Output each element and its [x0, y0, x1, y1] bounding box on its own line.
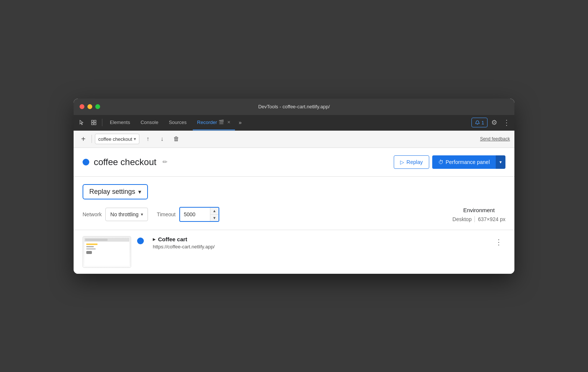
svg-rect-9	[86, 246, 94, 247]
timeout-input-wrapper: ▲ ▼	[179, 207, 219, 222]
export-button[interactable]: ↑	[142, 133, 154, 145]
nav-divider	[102, 119, 102, 126]
performance-panel-dropdown-button[interactable]: ▾	[496, 155, 505, 169]
svg-rect-0	[92, 120, 93, 122]
environment-label: Environment	[452, 207, 505, 213]
window-controls	[80, 104, 100, 109]
toolbar-divider	[92, 135, 92, 143]
step-thumbnail	[83, 236, 131, 268]
recording-status-dot	[83, 159, 89, 165]
tab-console[interactable]: Console	[136, 115, 163, 130]
svg-rect-2	[92, 123, 93, 125]
svg-rect-8	[86, 244, 98, 245]
timeout-field: Timeout ▲ ▼	[157, 207, 219, 222]
network-value: No throttling	[110, 211, 138, 217]
dropdown-icon: ▾	[499, 159, 502, 165]
replay-button[interactable]: ▷ Replay	[394, 155, 429, 169]
environment-details: Desktop 637×924 px	[452, 216, 505, 222]
step-name: Coffee cart	[158, 236, 187, 242]
timeout-spinners: ▲ ▼	[210, 208, 219, 221]
replay-icon: ▷	[400, 159, 404, 165]
tab-close-icon[interactable]: ✕	[227, 120, 230, 125]
settings-row: Network No throttling ▾ Timeout ▲ ▼	[83, 207, 505, 222]
network-field: Network No throttling ▾	[83, 208, 148, 221]
header-actions: ▷ Replay ⏱ Performance panel ▾	[394, 155, 505, 169]
steps-section: ▶ Coffee cart https://coffee-cart.netlif…	[74, 230, 514, 274]
step-more-options-button[interactable]: ⋮	[492, 236, 505, 248]
timeout-increment-button[interactable]: ▲	[210, 208, 219, 214]
recording-header-section: coffee checkout ✏ ▷ Replay ⏱ Performance…	[74, 148, 514, 177]
window-title: DevTools - coffee-cart.netlify.app/	[258, 104, 330, 109]
delete-recording-button[interactable]: 🗑	[171, 133, 182, 145]
import-button[interactable]: ↓	[157, 133, 168, 145]
recording-toolbar: + coffee checkout ▾ ↑ ↓ 🗑 Send feedback	[74, 131, 514, 148]
recording-dropdown-icon: ▾	[134, 136, 136, 142]
notifications-button[interactable]: 1	[471, 118, 488, 127]
network-dropdown-icon: ▾	[141, 212, 143, 217]
step-item: ▶ Coffee cart https://coffee-cart.netlif…	[83, 236, 505, 268]
step-title: ▶ Coffee cart	[153, 236, 486, 242]
network-label: Network	[83, 211, 102, 217]
replay-settings-toggle[interactable]: Replay settings ▾	[83, 184, 148, 199]
settings-icon[interactable]: ⚙	[489, 117, 499, 128]
environment-section: Environment Desktop 637×924 px	[452, 207, 505, 222]
more-options-icon[interactable]: ⋮	[501, 117, 511, 128]
recording-name-label: coffee checkout	[98, 136, 132, 142]
tab-elements[interactable]: Elements	[105, 115, 134, 130]
perf-icon: ⏱	[438, 159, 443, 165]
replay-settings-chevron-icon: ▾	[138, 188, 141, 195]
svg-rect-11	[86, 251, 92, 254]
maximize-button[interactable]	[95, 104, 100, 109]
step-details: ▶ Coffee cart https://coffee-cart.netlif…	[153, 236, 486, 249]
replay-label: Replay	[406, 159, 423, 165]
add-recording-button[interactable]: +	[78, 134, 89, 144]
recording-header: coffee checkout ✏ ▷ Replay ⏱ Performance…	[83, 155, 505, 169]
timeout-label: Timeout	[157, 211, 176, 217]
svg-rect-6	[85, 239, 108, 241]
settings-section: Replay settings ▾ Network No throttling …	[74, 177, 514, 230]
more-tabs-button[interactable]: »	[236, 120, 244, 125]
step-expand-button[interactable]: ▶	[153, 237, 156, 241]
dimensions-label: 637×924 px	[478, 216, 505, 222]
thumbnail-preview	[83, 236, 131, 267]
devtools-nav: Elements Console Sources Recorder 🎬 ✕ » …	[74, 115, 514, 131]
env-divider	[474, 216, 475, 222]
step-url: https://coffee-cart.netlify.app/	[153, 244, 486, 249]
recording-selector[interactable]: coffee checkout ▾	[95, 134, 139, 144]
timeout-decrement-button[interactable]: ▼	[210, 215, 219, 221]
title-bar: DevTools - coffee-cart.netlify.app/	[74, 99, 514, 115]
tab-recorder[interactable]: Recorder 🎬 ✕	[193, 115, 235, 130]
recording-title: coffee checkout	[94, 157, 157, 167]
svg-rect-10	[86, 248, 96, 249]
step-dot	[137, 238, 144, 244]
svg-rect-1	[94, 120, 96, 122]
device-label: Desktop	[452, 216, 471, 222]
send-feedback-button[interactable]: Send feedback	[480, 136, 510, 142]
svg-rect-3	[94, 123, 96, 125]
devtools-window: DevTools - coffee-cart.netlify.app/ Elem…	[74, 99, 514, 274]
minimize-button[interactable]	[87, 104, 92, 109]
inspect-icon[interactable]	[89, 117, 99, 128]
edit-title-button[interactable]: ✏	[161, 157, 169, 167]
cursor-icon[interactable]	[77, 117, 87, 128]
tab-sources[interactable]: Sources	[164, 115, 191, 130]
network-select[interactable]: No throttling ▾	[105, 208, 148, 221]
timeout-input[interactable]	[180, 208, 210, 221]
performance-panel-button-group: ⏱ Performance panel ▾	[432, 155, 505, 169]
performance-panel-button[interactable]: ⏱ Performance panel	[432, 155, 496, 169]
close-button[interactable]	[80, 104, 84, 109]
replay-settings-label: Replay settings	[89, 188, 135, 196]
